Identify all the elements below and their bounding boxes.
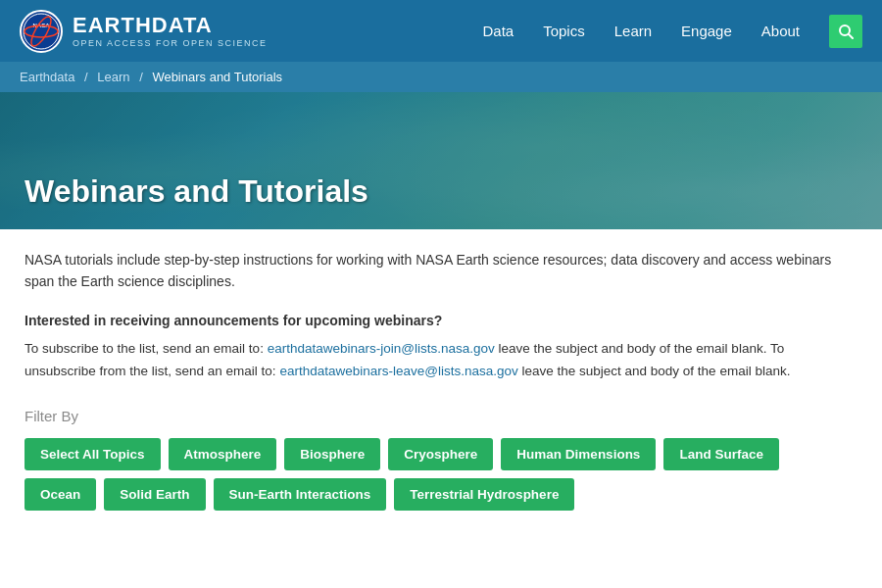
filter-btn-terrestrial-hydrosphere[interactable]: Terrestrial Hydrosphere <box>394 478 574 511</box>
nav-engage[interactable]: Engage <box>681 23 732 39</box>
filter-btn-ocean[interactable]: Ocean <box>24 478 96 511</box>
filter-btn-human-dimensions[interactable]: Human Dimensions <box>501 438 656 470</box>
filter-btn-land-surface[interactable]: Land Surface <box>663 438 779 470</box>
page-description: NASA tutorials include step-by-step inst… <box>24 249 858 293</box>
svg-point-0 <box>24 14 59 49</box>
breadcrumb-sep2: / <box>139 70 143 84</box>
earthdata-brand: EARTHDATA OPEN ACCESS FOR OPEN SCIENCE <box>73 14 268 47</box>
brand-title: EARTHDATA <box>73 14 268 37</box>
breadcrumb-learn[interactable]: Learn <box>97 70 129 84</box>
breadcrumb: Earthdata / Learn / Webinars and Tutoria… <box>0 62 882 92</box>
filter-btn-all-topics[interactable]: Select All Topics <box>24 438 161 470</box>
main-nav: Data Topics Learn Engage About <box>482 15 862 48</box>
subscribe-title: Interested in receiving announcements fo… <box>24 313 858 328</box>
subscribe-email1[interactable]: earthdatawebinars-join@lists.nasa.gov <box>268 341 495 356</box>
nav-data[interactable]: Data <box>482 23 514 39</box>
page-title: Webinars and Tutorials <box>24 173 368 210</box>
subscribe-text-after: leave the subject and body of the email … <box>518 364 791 378</box>
breadcrumb-home[interactable]: Earthdata <box>20 70 74 84</box>
main-content: NASA tutorials include step-by-step inst… <box>0 229 882 530</box>
filter-btn-cryosphere[interactable]: Cryosphere <box>388 438 493 470</box>
filter-label: Filter By <box>24 408 858 424</box>
nav-learn[interactable]: Learn <box>614 23 652 39</box>
breadcrumb-sep1: / <box>84 70 88 84</box>
filter-btn-solid-earth[interactable]: Solid Earth <box>104 478 205 511</box>
filter-buttons-container: Select All Topics Atmosphere Biosphere C… <box>24 438 858 511</box>
nasa-logo: NASA <box>20 10 63 53</box>
search-icon <box>838 24 854 39</box>
subscribe-email2[interactable]: earthdatawebinars-leave@lists.nasa.gov <box>279 364 517 378</box>
breadcrumb-current: Webinars and Tutorials <box>152 70 282 84</box>
logo-area: NASA EARTHDATA OPEN ACCESS FOR OPEN SCIE… <box>20 10 268 53</box>
filter-btn-sun-earth[interactable]: Sun-Earth Interactions <box>214 478 387 511</box>
filter-btn-atmosphere[interactable]: Atmosphere <box>169 438 277 470</box>
nav-topics[interactable]: Topics <box>543 23 585 39</box>
site-header: NASA EARTHDATA OPEN ACCESS FOR OPEN SCIE… <box>0 0 882 62</box>
search-button[interactable] <box>829 15 862 48</box>
filter-btn-biosphere[interactable]: Biosphere <box>284 438 380 470</box>
nav-about[interactable]: About <box>761 23 800 39</box>
hero-banner: Webinars and Tutorials <box>0 92 882 229</box>
subscribe-text-before: To subscribe to the list, send an email … <box>24 341 268 356</box>
subscribe-text: To subscribe to the list, send an email … <box>24 338 858 383</box>
subscribe-section: Interested in receiving announcements fo… <box>24 313 858 383</box>
svg-line-5 <box>849 34 853 38</box>
filter-section: Filter By Select All Topics Atmosphere B… <box>24 408 858 511</box>
brand-subtitle: OPEN ACCESS FOR OPEN SCIENCE <box>73 38 268 48</box>
